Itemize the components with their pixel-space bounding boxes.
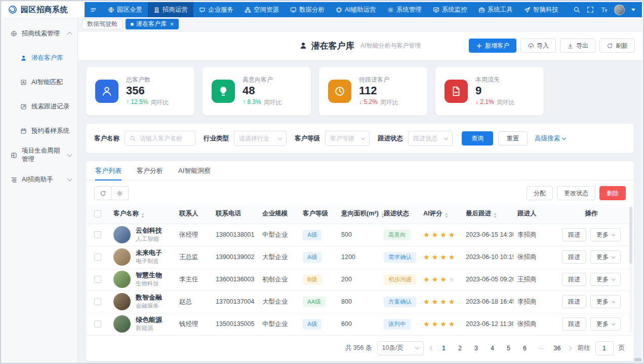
column-header: 客户等级 [299, 204, 337, 224]
sidebar-item-0-0[interactable]: 潜在客户库 [2, 46, 77, 70]
bulk-action-0[interactable]: 分配 [527, 186, 553, 200]
follow-up-button[interactable]: 跟进 [562, 295, 586, 308]
more-button[interactable]: 更多 [590, 273, 621, 286]
goto-page-input[interactable] [595, 341, 614, 355]
customer-name: 绿色能源 [136, 316, 162, 324]
page-number-36[interactable]: 36 [552, 345, 563, 352]
workspace-tab-0[interactable]: 数据驾驶舱 [82, 19, 123, 29]
page-number-1[interactable]: 1 [438, 345, 450, 352]
customer-name: 未来电子 [136, 249, 162, 258]
search-button[interactable]: 查询 [462, 131, 493, 145]
last-follow-time: 2023-06-05 09:20 [462, 268, 513, 290]
topnav-item-6[interactable]: 系统管理 [382, 2, 427, 17]
sidebar-item-0-1[interactable]: AI智能匹配 [2, 70, 77, 94]
more-button[interactable]: 更多 [590, 228, 621, 241]
row-checkbox[interactable] [94, 231, 101, 238]
chevron-down-icon [612, 255, 615, 259]
table-scrollbar[interactable] [629, 207, 632, 333]
topnav-item-3[interactable]: 空间资源 [239, 2, 285, 17]
follow-up-button[interactable]: 跟进 [562, 228, 586, 241]
sidebar-item-0-3[interactable]: 预约看样系统 [2, 119, 77, 143]
sort-icon[interactable] [445, 213, 448, 218]
page-number-2[interactable]: 2 [455, 345, 466, 352]
chevron-down-icon [278, 135, 282, 139]
topnav-item-9[interactable]: 智脑科技 [518, 2, 564, 17]
customer-name-input[interactable] [139, 134, 190, 142]
phone: 13600136003 [212, 268, 258, 290]
sidebar-group-1[interactable]: 项目生命周期管理 [2, 143, 77, 167]
more-button[interactable]: 更多 [590, 317, 621, 331]
page-size-select[interactable]: 10条/页 [377, 341, 424, 355]
page-title: 潜在客户库 [311, 40, 354, 52]
topnav-item-1[interactable]: 招商运营 [148, 2, 193, 17]
company-scale: 中型企业 [258, 313, 299, 335]
bulk-action-2[interactable]: 删除 [599, 186, 626, 200]
grade-select[interactable]: 客户等级 [325, 131, 370, 146]
star-icon: ★ [423, 253, 430, 261]
gear-icon[interactable] [111, 186, 129, 200]
refresh-icon[interactable] [94, 186, 111, 200]
scrollbar-corner[interactable] [634, 358, 641, 361]
header-action-3[interactable]: 刷新 [599, 39, 635, 53]
page-number-5[interactable]: 5 [503, 345, 514, 352]
column-header[interactable]: AI评分 [419, 204, 462, 224]
chevron-down-icon[interactable] [631, 9, 635, 11]
sort-icon[interactable] [141, 213, 144, 218]
topnav-item-8[interactable]: 系统工具 [473, 2, 518, 17]
page-number-6[interactable]: 6 [519, 345, 531, 352]
sidebar-group-0[interactable]: 招商线索管理 [2, 21, 77, 46]
topnav-item-4[interactable]: 数据分析 [285, 2, 330, 17]
more-button[interactable]: 更多 [590, 250, 621, 264]
select-all-checkbox[interactable] [94, 210, 101, 217]
sidebar-group-2[interactable]: AI招商助手 [2, 167, 77, 192]
follow-up-button[interactable]: 跟进 [562, 273, 586, 286]
more-button[interactable]: 更多 [590, 295, 621, 308]
content-tab-2[interactable]: AI智能洞察 [178, 161, 211, 180]
row-checkbox[interactable] [94, 276, 101, 283]
follow-up-button[interactable]: 跟进 [562, 317, 586, 331]
follow-up-button[interactable]: 跟进 [562, 250, 586, 264]
status-select[interactable]: 跟进状态 [408, 131, 453, 146]
topnav-item-5[interactable]: AI辅助运营 [330, 2, 382, 17]
app-logo[interactable]: 园区招商系统 [2, 2, 85, 17]
reset-button[interactable]: 重置 [498, 131, 528, 145]
close-icon[interactable]: × [170, 21, 174, 27]
workspace-tab-1[interactable]: 潜在客户库× [126, 19, 179, 29]
advanced-search-link[interactable]: 高级搜索 [535, 134, 566, 143]
next-page-button[interactable] [568, 347, 573, 350]
user-avatar[interactable] [614, 5, 625, 15]
column-header[interactable]: 最后跟进 [462, 204, 513, 224]
sort-icon[interactable] [494, 213, 497, 218]
header-action-2[interactable]: 导出 [560, 39, 595, 53]
topnav-item-2[interactable]: 企业服务 [193, 2, 239, 17]
column-header[interactable]: 客户名称 [109, 204, 175, 224]
fullscreen-icon[interactable] [587, 6, 594, 13]
building-icon [153, 7, 160, 13]
clock-icon [328, 80, 351, 103]
column-header[interactable]: 意向面积(m²) [337, 204, 380, 224]
sidebar-collapse-button[interactable] [85, 2, 102, 17]
search-icon[interactable] [573, 6, 580, 13]
content-tab-1[interactable]: 客户分析 [137, 161, 163, 180]
row-checkbox[interactable] [94, 298, 101, 305]
page-number-3[interactable]: 3 [471, 345, 482, 352]
topnav-item-7[interactable]: 系统监控 [427, 2, 473, 17]
prev-page-button[interactable] [429, 347, 433, 350]
customer-name: 智慧生物 [136, 271, 162, 280]
table-header-row: 客户名称联系人联系电话企业规模客户等级意向面积(m²)跟进状态AI评分最后跟进跟… [86, 204, 634, 224]
header-action-0[interactable]: 新增客户 [469, 39, 516, 53]
row-checkbox[interactable] [94, 320, 101, 327]
fontsize-icon[interactable] [600, 6, 608, 13]
bulk-action-1[interactable]: 更改状态 [557, 186, 595, 200]
header-action-1[interactable]: 导入 [520, 39, 556, 53]
page-number-4[interactable]: 4 [487, 345, 498, 352]
content-tab-0[interactable]: 客户列表 [95, 161, 122, 180]
app-title: 园区招商系统 [21, 5, 68, 15]
last-follow-time: 2023-06-12 11:30 [462, 313, 513, 335]
topnav-item-0[interactable]: 园区全景 [102, 2, 148, 17]
industry-select[interactable]: 请选择行业 [234, 131, 287, 146]
row-checkbox[interactable] [94, 253, 101, 261]
sidebar-item-0-2[interactable]: 线索跟进记录 [2, 94, 77, 119]
star-icon: ★ [440, 298, 447, 306]
star-icon: ★ [432, 275, 438, 283]
